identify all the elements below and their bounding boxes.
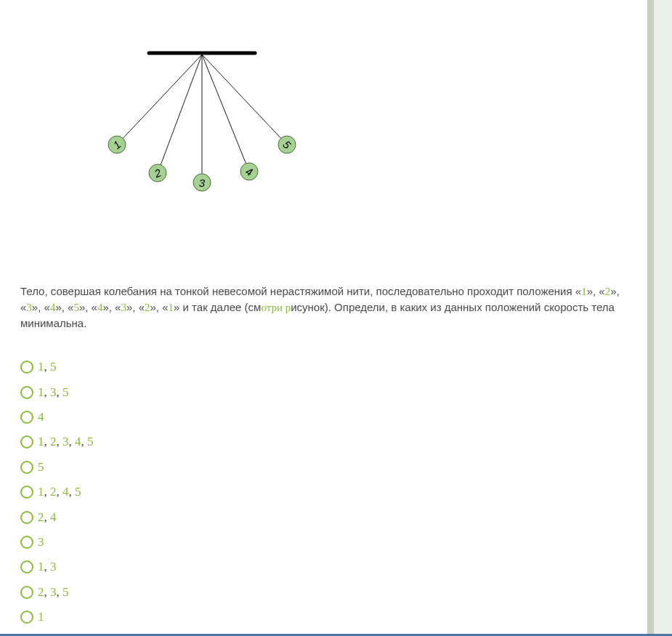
option-6[interactable]: 1, 2, 4, 5 — [20, 480, 94, 504]
pendulum-position-5: 5 — [278, 136, 296, 153]
svg-line-2 — [161, 55, 202, 165]
option-label: 1, 5 — [38, 360, 57, 374]
radio-icon[interactable] — [20, 411, 33, 424]
option-5[interactable]: 5 — [20, 455, 94, 480]
svg-line-4 — [202, 55, 246, 164]
svg-line-1 — [123, 55, 202, 138]
option-label: 1, 3, 5 — [38, 385, 69, 400]
radio-icon[interactable] — [20, 361, 33, 374]
option-label: 1, 2, 3, 4, 5 — [38, 435, 94, 449]
option-8[interactable]: 3 — [20, 530, 94, 555]
radio-icon[interactable] — [20, 461, 33, 474]
options-group: 1, 51, 3, 541, 2, 3, 4, 551, 2, 4, 52, 4… — [20, 355, 94, 629]
option-3[interactable]: 4 — [20, 405, 94, 430]
radio-icon[interactable] — [20, 435, 33, 448]
pendulum-position-2: 2 — [149, 164, 166, 182]
option-11[interactable]: 1 — [20, 605, 94, 629]
scrollbar-track[interactable] — [654, 0, 672, 634]
svg-text:3: 3 — [199, 177, 206, 189]
option-7[interactable]: 2, 4 — [20, 504, 94, 529]
option-label: 4 — [38, 410, 44, 424]
option-label: 1, 3 — [38, 560, 57, 574]
option-1[interactable]: 1, 5 — [20, 355, 94, 379]
radio-icon[interactable] — [20, 586, 33, 599]
option-label: 5 — [38, 460, 44, 475]
option-label: 1 — [38, 610, 44, 624]
option-10[interactable]: 2, 3, 5 — [20, 580, 94, 605]
option-label: 3 — [38, 535, 44, 550]
radio-icon[interactable] — [20, 486, 33, 499]
option-2[interactable]: 1, 3, 5 — [20, 379, 94, 404]
pendulum-position-4: 4 — [240, 163, 258, 180]
svg-line-5 — [202, 55, 281, 138]
option-label: 2, 4 — [38, 510, 57, 525]
radio-icon[interactable] — [20, 560, 33, 573]
option-label: 2, 3, 5 — [38, 585, 69, 600]
radio-icon[interactable] — [20, 536, 33, 549]
option-9[interactable]: 1, 3 — [20, 555, 94, 579]
pendulum-diagram: 12345 — [102, 36, 305, 204]
radio-icon[interactable] — [20, 611, 33, 624]
option-label: 1, 2, 4, 5 — [38, 485, 81, 499]
radio-icon[interactable] — [20, 511, 33, 524]
radio-icon[interactable] — [20, 386, 33, 399]
gutter — [647, 0, 654, 634]
option-4[interactable]: 1, 2, 3, 4, 5 — [20, 430, 94, 454]
pendulum-position-3: 3 — [193, 174, 211, 191]
content-region: 12345 Тело, совершая колебания на тонкой… — [0, 0, 647, 634]
question-text: Тело, совершая колебания на тонкой невес… — [20, 283, 627, 331]
pendulum-position-1: 1 — [108, 136, 126, 153]
